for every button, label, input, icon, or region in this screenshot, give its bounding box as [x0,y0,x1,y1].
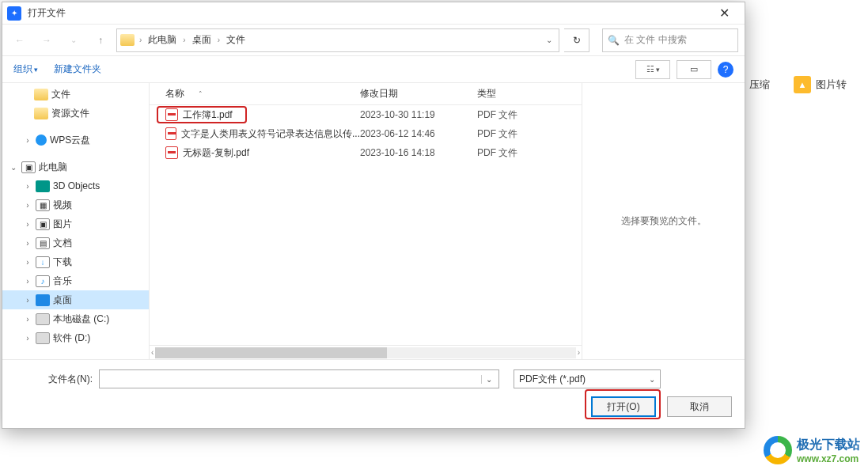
folder-icon [120,34,135,46]
navbar: ← → ⌄ ↑ › 此电脑 › 桌面 › 文件 ⌄ ↻ 🔍 在 文件 中搜索 [2,25,745,56]
tree-item-network[interactable]: ›🖧网络 [2,355,149,359]
tree-item-downloads[interactable]: ›↓下载 [2,252,149,271]
search-input[interactable]: 🔍 在 文件 中搜索 [602,28,738,52]
column-headers: 名称˄ 修改日期 类型 [150,83,582,105]
search-placeholder: 在 文件 中搜索 [624,33,687,47]
tree-item-this-pc[interactable]: ⌄▣此电脑 [2,157,149,176]
desktop-icon [36,294,50,306]
drive-icon [36,313,50,325]
file-row[interactable]: 文字是人类用表义符号记录表达信息以传... 2023-06-12 14:46 P… [150,124,582,143]
crumb-pc[interactable]: 此电脑 [143,33,181,47]
preview-pane: 选择要预览的文件。 [582,83,745,359]
tree-item-drive-c[interactable]: ›本地磁盘 (C:) [2,309,149,328]
tree-item-folder[interactable]: 文件 [2,85,149,104]
filename-label: 文件名(N): [13,373,93,386]
folder-icon [34,89,48,100]
search-icon: 🔍 [608,35,620,46]
folder-icon [34,108,48,119]
back-button[interactable]: ← [9,29,31,51]
chevron-right-icon: › [218,36,220,44]
view-mode-button[interactable]: ☷▾ [635,60,670,79]
dialog-title: 打开文件 [28,6,708,20]
tree-item-pictures[interactable]: ›▣图片 [2,214,149,233]
pdf-icon [165,127,176,140]
preview-toggle[interactable]: ▭ [677,60,711,79]
crumb-desktop[interactable]: 桌面 [188,33,216,47]
backdrop-compress[interactable]: 压缩 [749,78,770,92]
chevron-right-icon: › [23,239,32,248]
help-button[interactable]: ? [718,62,733,78]
organize-menu[interactable]: 组织▾ [13,63,38,76]
forward-button[interactable]: → [36,29,58,51]
open-button[interactable]: 打开(O) [591,396,656,417]
refresh-button[interactable]: ↻ [564,28,589,52]
chevron-right-icon: › [23,220,32,229]
cube-icon [36,180,50,192]
watermark-logo-icon [764,436,792,464]
file-area: 名称˄ 修改日期 类型 工作簿1.pdf 2023-10-30 11:19 PD… [150,83,582,359]
dialog-footer: 文件名(N): ⌄ PDF文件 (*.pdf)⌄ 打开(O) 取消 [2,359,745,428]
toolbar: 组织▾ 新建文件夹 ☷▾ ▭ ? [2,56,745,83]
watermark-title: 极光下载站 [797,437,860,453]
picture-icon: ▣ [36,218,50,230]
tree-item-videos[interactable]: ›▦视频 [2,195,149,214]
column-name[interactable]: 名称˄ [165,87,360,100]
download-icon: ↓ [36,256,50,268]
chevron-right-icon: › [23,334,32,343]
pc-icon: ▣ [21,161,36,173]
image-icon: ▲ [794,76,811,93]
chevron-right-icon: › [183,36,185,44]
cancel-button[interactable]: 取消 [667,396,732,417]
sidebar: 文件 资源文件 ›WPS云盘 ⌄▣此电脑 ›3D Objects ›▦视频 ›▣… [2,83,150,359]
chevron-down-icon[interactable]: ⌄ [481,375,495,384]
up-button[interactable]: ↑ [89,29,112,51]
network-icon: 🖧 [21,359,36,360]
tree-item-resources[interactable]: 资源文件 [2,104,149,123]
chevron-down-icon: ⌄ [649,375,655,384]
chevron-right-icon: › [23,258,32,267]
chevron-down-icon: ⌄ [9,163,18,172]
tree-item-music[interactable]: ›♪音乐 [2,271,149,290]
tree-item-desktop[interactable]: ›桌面 [2,290,149,309]
chevron-right-icon: › [23,136,32,145]
titlebar: ✦ 打开文件 ✕ [2,2,745,25]
watermark-url: www.xz7.com [797,453,860,464]
open-file-dialog: ✦ 打开文件 ✕ ← → ⌄ ↑ › 此电脑 › 桌面 › 文件 ⌄ ↻ 🔍 在… [2,2,745,429]
address-dropdown[interactable]: ⌄ [543,36,555,44]
tree-item-wps-cloud[interactable]: ›WPS云盘 [2,131,149,150]
backdrop-images[interactable]: ▲ 图片转 [794,76,847,93]
video-icon: ▦ [36,199,50,211]
backdrop-compress-label: 压缩 [749,78,770,92]
cloud-icon [36,134,47,146]
music-icon: ♪ [36,275,50,287]
backdrop-images-label: 图片转 [816,78,847,92]
crumb-folder[interactable]: 文件 [222,33,250,47]
tree-item-3d[interactable]: ›3D Objects [2,176,149,195]
horizontal-scrollbar[interactable]: ‹› [150,345,582,359]
chevron-right-icon: › [23,277,32,286]
tree-item-documents[interactable]: ›▤文档 [2,233,149,252]
chevron-right-icon: › [139,36,142,44]
drive-icon [36,332,50,344]
file-row[interactable]: 无标题-复制.pdf 2023-10-16 14:18 PDF 文件 [150,143,582,162]
tree-item-drive-d[interactable]: ›软件 (D:) [2,328,149,347]
close-button[interactable]: ✕ [708,2,740,24]
recent-dropdown[interactable]: ⌄ [63,29,85,51]
preview-hint: 选择要预览的文件。 [621,214,707,228]
chevron-right-icon: › [23,182,32,191]
column-date[interactable]: 修改日期 [360,87,477,100]
filetype-select[interactable]: PDF文件 (*.pdf)⌄ [514,369,661,388]
pdf-icon [165,108,178,121]
file-row[interactable]: 工作簿1.pdf 2023-10-30 11:19 PDF 文件 [150,105,582,124]
pdf-icon [165,146,178,159]
watermark: 极光下载站 www.xz7.com [764,436,860,464]
file-list: 工作簿1.pdf 2023-10-30 11:19 PDF 文件 文字是人类用表… [150,105,582,345]
app-icon: ✦ [7,6,21,21]
chevron-right-icon: › [23,315,32,324]
chevron-right-icon: › [23,296,32,305]
sort-asc-icon: ˄ [199,90,203,98]
filename-input[interactable]: ⌄ [99,369,499,388]
new-folder-button[interactable]: 新建文件夹 [54,63,101,76]
column-type[interactable]: 类型 [477,87,556,100]
address-bar[interactable]: › 此电脑 › 桌面 › 文件 ⌄ [116,28,559,52]
